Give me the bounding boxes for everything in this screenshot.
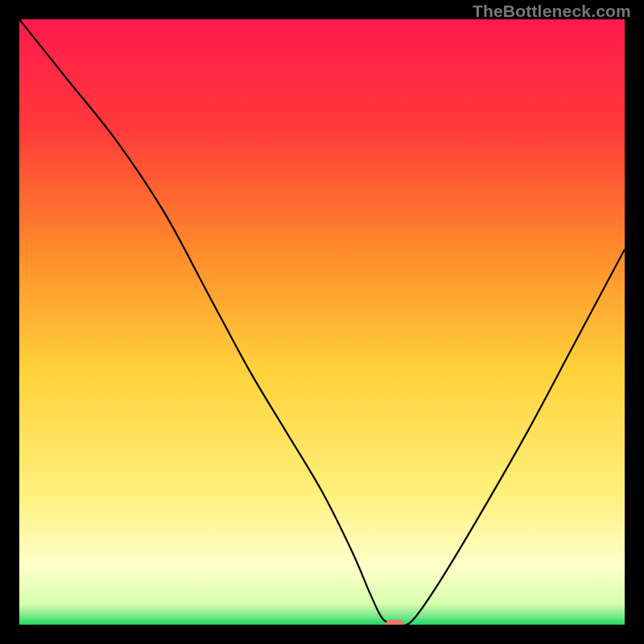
watermark-text: TheBottleneck.com: [473, 2, 631, 21]
optimum-marker: [386, 621, 403, 625]
gradient-background: [19, 19, 625, 625]
plot-area: [19, 19, 625, 625]
chart-frame: TheBottleneck.com: [0, 0, 644, 644]
bottleneck-chart-svg: [19, 19, 625, 625]
